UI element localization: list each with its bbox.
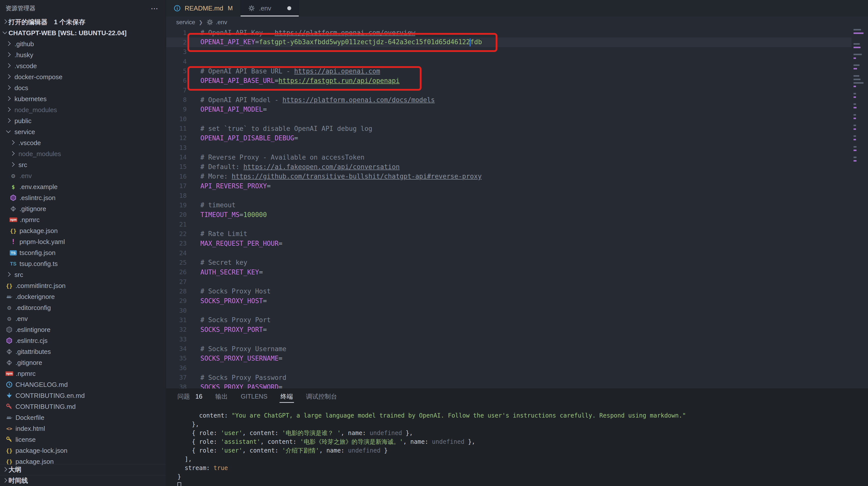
minimap-mark [854,93,856,94]
minimap-mark [854,82,864,84]
tree-file-.eslintignore[interactable]: .eslintignore [0,324,166,335]
tree-file-.gitattributes[interactable]: .gitattributes [0,346,166,357]
contributing-arrow-icon [5,392,13,399]
minimap-mark [854,54,862,55]
code-editor[interactable]: 1# OpenAI API Key - https://platform.ope… [166,28,868,389]
tree-file-tsup.config.ts[interactable]: TStsup.config.ts [0,258,166,269]
code-line-7: 7 [166,85,868,95]
tree-file-index.html[interactable]: <>index.html [0,423,166,434]
code-line-29: 29SOCKS_PROXY_HOST= [166,296,868,306]
tree-file-Dockerfile[interactable]: Dockerfile [0,412,166,423]
code-line-13: 13 [166,143,868,152]
tree-folder-src[interactable]: src [0,269,166,280]
unsaved-dot-icon[interactable] [287,6,291,10]
code-line-17: 17API_REVERSE_PROXY= [166,181,868,191]
tree-file-.env.example[interactable]: $.env.example [0,181,166,192]
breadcrumb: service ❯ .env [166,17,868,28]
tree-file-.env[interactable]: ⚙.env [0,313,166,324]
tree-folder-service[interactable]: service [0,126,166,137]
html-code-icon: <> [5,425,13,432]
tree-folder-.vscode[interactable]: .vscode [0,60,166,72]
tree-file-.npmrc[interactable]: npm.npmrc [0,368,166,379]
code-line-36: 36 [166,363,868,373]
open-editors-section[interactable]: 打开的编辑器 1 个未保存 [0,17,166,27]
changelog-clock-icon [5,381,13,388]
chevron-right-icon [2,466,8,473]
bottom-panel: 问题16输出GITLENS终端调试控制台 content: "You are C… [166,389,868,486]
code-line-8: 8# OpenAI API Model - https://platform.o… [166,95,868,105]
code-line-34: 34# Socks Proxy Username [166,344,868,353]
tree-file-.env[interactable]: ⚙.env [0,170,166,181]
terminal-output[interactable]: content: "You are ChatGPT, a large langu… [166,404,868,486]
panel-tab-问题[interactable]: 问题16 [178,389,203,404]
breadcrumb-file[interactable]: .env [216,19,227,26]
chevron-right-icon [2,478,8,484]
tree-file-.gitignore[interactable]: .gitignore [0,357,166,368]
panel-tab-输出[interactable]: 输出 [215,389,228,404]
tree-file-.commitlintrc.json[interactable]: {}.commitlintrc.json [0,280,166,291]
terminal-line: { role: 'assistant', content: '电影《玲芽之旅》的… [178,437,868,446]
tree-file-.npmrc[interactable]: npm.npmrc [0,214,166,225]
tree-folder-.husky[interactable]: .husky [0,50,166,60]
timeline-section[interactable]: 时间线 [0,475,166,486]
minimap-mark [854,135,856,137]
code-line-28: 28# Socks Proxy Host [166,286,868,296]
tree-file-package-lock.json[interactable]: {}package-lock.json [0,445,166,456]
chevron-right-icon [9,162,16,168]
tree-file-CHANGELOG.md[interactable]: CHANGELOG.md [0,379,166,390]
tree-file-package.json[interactable]: {}package.json [0,225,166,236]
gear-icon [248,5,255,12]
minimap-mark [854,156,857,158]
breadcrumb-separator-icon: ❯ [199,19,203,25]
panel-tab-调试控制台[interactable]: 调试控制台 [306,389,337,404]
tree-file-.eslintrc.json[interactable]: .eslintrc.json [0,192,166,203]
tree-folder-node_modules[interactable]: node_modules [0,148,166,159]
tree-file-.gitignore[interactable]: .gitignore [0,203,166,214]
open-editors-label: 打开的编辑器 [8,18,48,26]
tree-folder-docker-compose[interactable]: docker-compose [0,72,166,82]
code-line-37: 37# Socks Proxy Password [166,373,868,382]
tree-file-.editorconfig[interactable]: ⚙.editorconfig [0,302,166,313]
tree-folder-docs[interactable]: docs [0,82,166,93]
tab-env[interactable]: .env [241,0,299,17]
tree-file-.eslintrc.cjs[interactable]: .eslintrc.cjs [0,335,166,346]
tree-file-license[interactable]: license [0,434,166,445]
tree-folder-public[interactable]: public [0,115,166,126]
minimap[interactable] [851,28,868,178]
tree-folder-node_modules[interactable]: node_modules [0,105,166,115]
panel-tab-GITLENS[interactable]: GITLENS [241,389,268,404]
workspace-root-section[interactable]: CHATGPT-WEB [WSL: UBUNTU-22.04] [0,27,166,38]
minimap-mark [854,118,856,119]
typescript-icon: TS [9,260,17,267]
breadcrumb-folder[interactable]: service [176,19,195,26]
tab-env-label: .env [259,4,271,12]
code-line-11: 11# set `true` to disable OpenAI API deb… [166,124,868,133]
tree-folder-.github[interactable]: .github [0,38,166,50]
tree-folder-.vscode[interactable]: .vscode [0,137,166,148]
tab-readme[interactable]: README.md M [166,0,241,17]
unsaved-count-badge: 1 个未保存 [54,18,85,26]
outline-section[interactable]: 大纲 [0,464,166,475]
tree-folder-src[interactable]: src [0,159,166,170]
terminal-cursor [178,482,181,486]
code-line-3: 3 [166,47,868,57]
tree-folder-kubernetes[interactable]: kubernetes [0,93,166,105]
code-line-6: 6OPENAI_API_BASE_URL=https://fastgpt.run… [166,76,868,85]
npm-icon: npm [9,216,17,224]
chevron-right-icon [5,74,12,80]
tree-file-CONTRIBUTING.en.md[interactable]: CONTRIBUTING.en.md [0,390,166,401]
yaml-icon: ! [9,238,17,246]
license-key-icon [5,436,13,443]
tsconfig-icon: TS [9,249,17,256]
gear-icon: ⚙ [9,172,17,179]
minimap-mark [854,86,856,87]
git-icon [9,205,17,212]
tree-file-.dockerignore[interactable]: .dockerignore [0,291,166,302]
tree-file-pnpm-lock.yaml[interactable]: !pnpm-lock.yaml [0,236,166,247]
code-line-26: 26AUTH_SECRET_KEY= [166,267,868,277]
tab-readme-label: README.md [185,4,223,12]
tree-file-tsconfig.json[interactable]: TStsconfig.json [0,247,166,258]
explorer-more-actions-icon[interactable]: ⋯ [151,4,159,13]
panel-tab-终端[interactable]: 终端 [280,389,293,404]
tree-file-CONTRIBUTING.md[interactable]: CONTRIBUTING.md [0,401,166,412]
